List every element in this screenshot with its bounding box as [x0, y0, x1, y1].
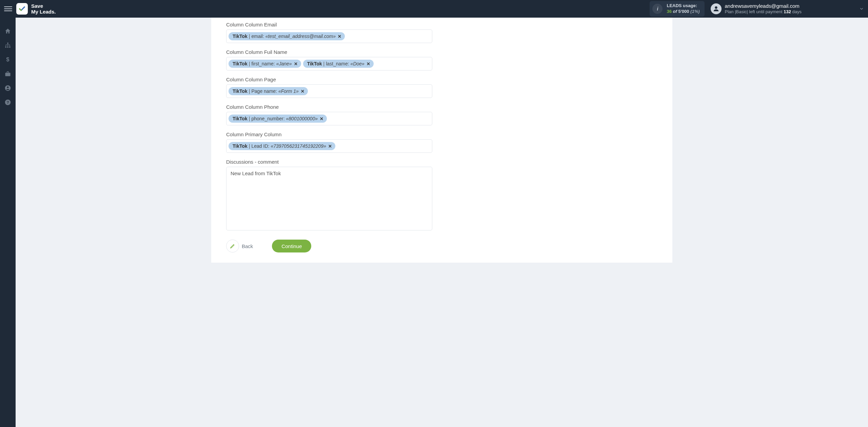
svg-rect-1 [7, 43, 8, 44]
sidebar-item-home[interactable] [4, 28, 11, 35]
user-plan: Plan |Basic| left until payment 132 days [725, 9, 802, 15]
field-label: Column Column Email [226, 22, 657, 27]
token-input[interactable]: TikTok | email: «test_email_address@mail… [226, 29, 432, 43]
chip-source: TikTok [233, 34, 248, 39]
sidebar-item-flows[interactable] [4, 42, 11, 49]
app-name: Save My Leads. [31, 3, 56, 15]
user-info: andrewsavemyleads@gmail.com Plan |Basic|… [725, 3, 802, 15]
form-card: Column Column EmailTikTok | email: «test… [211, 18, 672, 263]
chip-remove-icon[interactable]: ✕ [338, 34, 341, 39]
sidebar-item-account[interactable] [4, 85, 11, 92]
continue-button[interactable]: Continue [272, 240, 311, 252]
chip-remove-icon[interactable]: ✕ [320, 116, 323, 121]
token-input[interactable]: TikTok | Lead ID: «7397056231745192209» … [226, 139, 432, 153]
chip-value: «test_email_address@mail.com» [265, 34, 336, 39]
chip-remove-icon[interactable]: ✕ [367, 61, 370, 66]
chip-source: TikTok [233, 88, 248, 94]
field-chip: TikTok | Lead ID: «7397056231745192209» … [229, 142, 335, 150]
svg-point-8 [7, 86, 9, 88]
hamburger-menu-icon[interactable] [4, 5, 12, 13]
sidebar-item-billing[interactable]: $ [4, 56, 11, 63]
chip-source: TikTok [233, 116, 248, 121]
field-chip: TikTok | email: «test_email_address@mail… [229, 32, 345, 40]
token-input[interactable]: TikTok | first_name: «Jane» ✕TikTok | la… [226, 57, 432, 70]
field-group: Column Column PageTikTok | Page name: «F… [226, 77, 657, 98]
pencil-icon [230, 243, 236, 249]
chip-value: «8001000000» [286, 116, 318, 121]
checkmark-icon [18, 5, 26, 13]
chip-field: last_name: [326, 61, 349, 66]
field-label: Column Column Fuil Name [226, 49, 657, 55]
token-input[interactable]: TikTok | phone_number: «8001000000» ✕ [226, 112, 432, 125]
field-chip: TikTok | phone_number: «8001000000» ✕ [229, 115, 327, 123]
main-content: Column Column EmailTikTok | email: «test… [16, 18, 868, 276]
chip-source: TikTok [233, 61, 248, 66]
svg-text:$: $ [6, 56, 9, 63]
chevron-down-icon[interactable] [859, 6, 864, 11]
chip-field: phone_number: [251, 116, 284, 121]
field-chip: TikTok | first_name: «Jane» ✕ [229, 60, 301, 68]
user-menu[interactable]: andrewsavemyleads@gmail.com Plan |Basic|… [711, 3, 802, 15]
sidebar-nav: $ ? [0, 18, 16, 276]
form-footer: Back Continue [226, 240, 657, 252]
field-chip: TikTok | Page name: «Form 1» ✕ [229, 87, 308, 95]
usage-value: 36 of 5'000 (1%) [667, 9, 699, 15]
field-group: Column Primary ColumnTikTok | Lead ID: «… [226, 131, 657, 153]
field-label: Column Column Phone [226, 104, 657, 110]
chip-value: «7397056231745192209» [271, 143, 326, 149]
avatar-icon [711, 3, 722, 14]
back-label: Back [242, 243, 253, 249]
token-input[interactable]: TikTok | Page name: «Form 1» ✕ [226, 84, 432, 98]
back-button[interactable]: Back [226, 240, 253, 252]
chip-remove-icon[interactable]: ✕ [328, 144, 332, 149]
chip-remove-icon[interactable]: ✕ [294, 61, 298, 66]
chip-value: «Form 1» [278, 88, 299, 94]
discussion-textarea[interactable]: New Lead from TikTok [226, 167, 432, 230]
sidebar-item-help[interactable]: ? [4, 99, 11, 106]
app-header: Save My Leads. i LEADS usage: 36 of 5'00… [0, 0, 868, 18]
discussion-group: Discussions - comment New Lead from TikT… [226, 159, 657, 231]
chip-field: Page name: [251, 88, 277, 94]
svg-rect-4 [9, 46, 10, 47]
chip-field: email: [251, 34, 264, 39]
svg-text:?: ? [6, 100, 9, 104]
app-logo[interactable] [16, 3, 28, 15]
svg-rect-6 [5, 73, 11, 76]
user-email: andrewsavemyleads@gmail.com [725, 3, 802, 9]
svg-point-0 [715, 6, 717, 9]
info-icon: i [652, 4, 663, 14]
sidebar-item-briefcase[interactable] [4, 70, 11, 77]
usage-label: LEADS usage: [667, 3, 699, 9]
field-group: Column Column EmailTikTok | email: «test… [226, 22, 657, 43]
usage-indicator: i LEADS usage: 36 of 5'000 (1%) [650, 1, 704, 17]
field-group: Column Column PhoneTikTok | phone_number… [226, 104, 657, 125]
chip-value: «Jane» [276, 61, 292, 66]
chip-field: Lead ID: [251, 143, 269, 149]
svg-rect-3 [7, 46, 8, 47]
chip-value: «Doe» [351, 61, 364, 66]
discussion-label: Discussions - comment [226, 159, 657, 165]
chip-source: TikTok [307, 61, 322, 66]
chip-field: first_name: [251, 61, 275, 66]
field-label: Column Primary Column [226, 131, 657, 137]
chip-remove-icon[interactable]: ✕ [301, 89, 304, 94]
field-label: Column Column Page [226, 77, 657, 82]
field-chip: TikTok | last_name: «Doe» ✕ [303, 60, 374, 68]
chip-source: TikTok [233, 143, 248, 149]
field-group: Column Column Fuil NameTikTok | first_na… [226, 49, 657, 70]
svg-rect-2 [5, 46, 6, 47]
